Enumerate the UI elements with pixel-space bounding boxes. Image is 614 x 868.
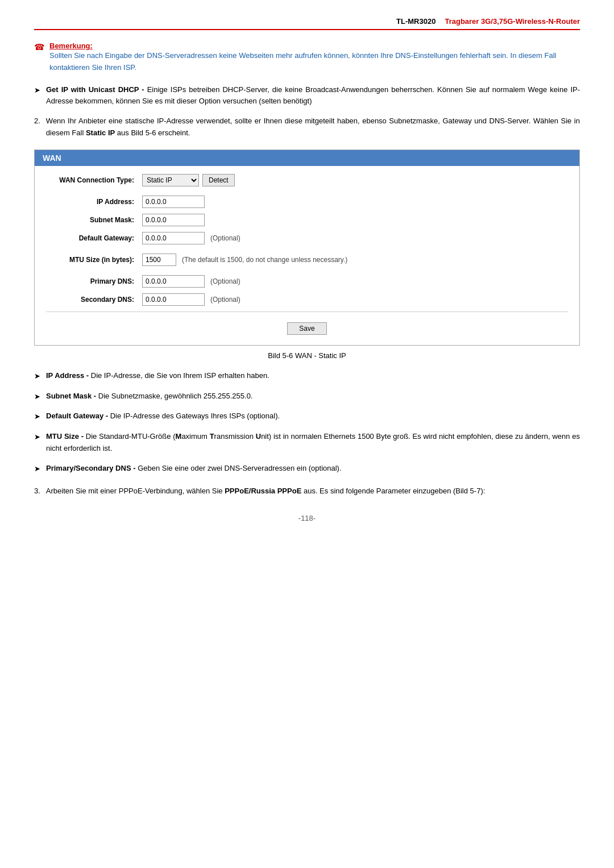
bullet-arrow-subnet-icon: ➤ <box>34 391 40 403</box>
m-bold: M <box>176 432 182 441</box>
bullet-ip-text: IP Address - Die IP-Adresse, die Sie von… <box>46 370 269 382</box>
wan-ip-address-label: IP Address: <box>46 198 134 206</box>
num-content-3: Arbeiten Sie mit einer PPPoE-Verbindung,… <box>46 485 486 497</box>
static-ip-bold: Static IP <box>86 128 115 137</box>
bullet-dns-bold: Primary/Secondary DNS - <box>46 464 136 472</box>
pppoe-bold: PPPoE/Russia PPPoE <box>225 487 301 495</box>
note-label: Bemerkung: <box>49 41 93 50</box>
wan-detect-button[interactable]: Detect <box>202 174 235 186</box>
wan-subnet-mask-row: Subnet Mask: <box>46 214 568 226</box>
wan-default-gateway-input[interactable] <box>142 232 205 244</box>
bullet-unicast: ➤ Get IP with Unicast DHCP - Einige ISPs… <box>34 84 580 108</box>
wan-connection-type-label: WAN Connection Type: <box>46 176 134 184</box>
wan-mtu-note: (The default is 1500, do not change unle… <box>182 256 347 264</box>
note-text: Sollten Sie nach Eingabe der DNS-Servera… <box>49 51 556 72</box>
bullet-arrow-mtu-icon: ➤ <box>34 431 40 443</box>
u-bold: U <box>256 432 261 441</box>
wan-secondary-dns-row: Secondary DNS: (Optional) <box>46 293 568 306</box>
num-label-3: 3. <box>34 485 40 497</box>
header-model: TL-MR3020 <box>396 17 435 26</box>
wan-connection-type-row: WAN Connection Type: Static IP Detect <box>46 174 568 186</box>
wan-divider <box>46 312 568 312</box>
wan-mtu-label: MTU Size (in bytes): <box>46 256 134 264</box>
wan-default-gateway-label: Default Gateway: <box>46 234 134 242</box>
bullet-subnet-text: Subnet Mask - Die Subnetzmaske, gewöhnli… <box>46 391 252 402</box>
wan-default-gateway-optional: (Optional) <box>210 234 240 242</box>
bullet-subnet-bold: Subnet Mask - <box>46 392 96 400</box>
wan-secondary-dns-input[interactable] <box>142 293 205 306</box>
num-label-2: 2. <box>34 115 40 127</box>
wan-ip-address-row: IP Address: <box>46 196 568 208</box>
bullet-arrow-ip-icon: ➤ <box>34 371 40 383</box>
wan-secondary-dns-optional: (Optional) <box>210 296 240 304</box>
bullet-gateway-text: Default Gateway - Die IP-Adresse des Gat… <box>46 410 280 422</box>
wan-subnet-mask-label: Subnet Mask: <box>46 216 134 224</box>
note-content: Bemerkung: Sollten Sie nach Eingabe der … <box>49 41 580 74</box>
wan-primary-dns-input[interactable] <box>142 275 205 288</box>
figure-caption: Bild 5-6 WAN - Static IP <box>34 351 580 360</box>
wan-ip-address-input[interactable] <box>142 196 205 208</box>
bullet-gateway-bold: Default Gateway - <box>46 412 108 420</box>
wan-save-button[interactable]: Save <box>287 322 326 335</box>
bullet-mtu-bold: MTU Size - <box>46 432 84 441</box>
bullet-unicast-text: Get IP with Unicast DHCP - Einige ISPs b… <box>46 84 580 108</box>
bullet-arrow-icon: ➤ <box>34 85 40 97</box>
wan-connection-type-select[interactable]: Static IP <box>142 174 199 186</box>
page-number: -118- <box>298 514 316 522</box>
numbered-item-3: 3. Arbeiten Sie mit einer PPPoE-Verbindu… <box>34 485 580 497</box>
bullet-arrow-gateway-icon: ➤ <box>34 411 40 423</box>
wan-header: WAN <box>35 150 579 166</box>
bullet-ip-bold: IP Address - <box>46 371 89 380</box>
wan-subnet-mask-input[interactable] <box>142 214 205 226</box>
numbered-item-2: 2. Wenn Ihr Anbieter eine statische IP-A… <box>34 115 580 139</box>
bullet-dns-text: Primary/Secondary DNS - Geben Sie eine o… <box>46 463 342 475</box>
phone-icon: ☎ <box>34 42 45 52</box>
bullet-arrow-dns-icon: ➤ <box>34 463 40 475</box>
wan-body: WAN Connection Type: Static IP Detect IP… <box>35 166 579 345</box>
bullet-subnet-mask: ➤ Subnet Mask - Die Subnetzmaske, gewöhn… <box>34 391 580 403</box>
footer: -118- <box>34 514 580 522</box>
wan-secondary-dns-label: Secondary DNS: <box>46 296 134 304</box>
t-bold: T <box>210 432 214 441</box>
bullet-mtu-text: MTU Size - Die Standard-MTU-Größe (Maxim… <box>46 431 580 455</box>
wan-save-row: Save <box>46 318 568 337</box>
note-box: ☎ Bemerkung: Sollten Sie nach Eingabe de… <box>34 41 580 74</box>
wan-primary-dns-row: Primary DNS: (Optional) <box>46 275 568 288</box>
wan-default-gateway-row: Default Gateway: (Optional) <box>46 232 568 244</box>
bullet-unicast-bold: Get IP with Unicast DHCP - <box>46 85 144 94</box>
bullet-ip-address: ➤ IP Address - Die IP-Adresse, die Sie v… <box>34 370 580 383</box>
header: TL-MR3020 Tragbarer 3G/3,75G-Wireless-N-… <box>34 17 580 30</box>
bullet-mtu-size: ➤ MTU Size - Die Standard-MTU-Größe (Max… <box>34 431 580 455</box>
wan-mtu-input[interactable] <box>142 254 176 266</box>
bullet-primary-secondary-dns: ➤ Primary/Secondary DNS - Geben Sie eine… <box>34 463 580 475</box>
num-content-2: Wenn Ihr Anbieter eine statische IP-Adre… <box>46 115 580 139</box>
header-title: Tragbarer 3G/3,75G-Wireless-N-Router <box>445 17 580 26</box>
wan-mtu-row: MTU Size (in bytes): (The default is 150… <box>46 254 568 266</box>
page: TL-MR3020 Tragbarer 3G/3,75G-Wireless-N-… <box>0 0 614 868</box>
wan-primary-dns-label: Primary DNS: <box>46 277 134 285</box>
wan-box: WAN WAN Connection Type: Static IP Detec… <box>34 149 580 346</box>
bullet-default-gateway: ➤ Default Gateway - Die IP-Adresse des G… <box>34 410 580 423</box>
wan-primary-dns-optional: (Optional) <box>210 277 240 285</box>
